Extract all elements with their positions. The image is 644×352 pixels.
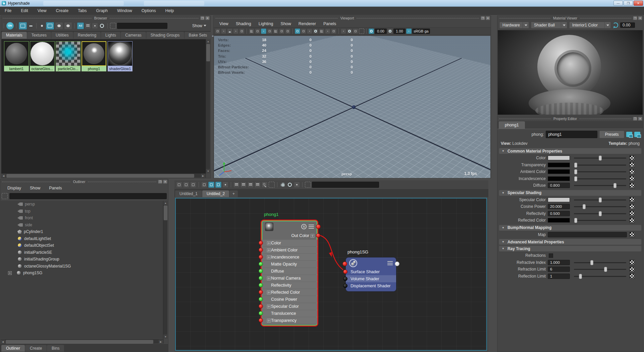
input-port[interactable] [342, 261, 347, 266]
expand-icon[interactable] [8, 271, 12, 275]
color-management-icon[interactable] [406, 28, 412, 34]
frame-selection-icon[interactable] [110, 23, 116, 29]
color-swatch[interactable] [548, 197, 570, 202]
menu-graph[interactable]: Graph [92, 8, 113, 13]
material-swatch[interactable]: particleClo... [56, 41, 80, 71]
output-connections-icon[interactable] [190, 182, 196, 188]
menu-help[interactable]: Help [161, 8, 179, 13]
menu-tabs[interactable]: Tabs [73, 8, 91, 13]
color-swatch[interactable] [548, 163, 570, 167]
attr-slider[interactable] [574, 220, 626, 221]
attr-row[interactable]: Cosine Power [262, 296, 317, 303]
map-texture-icon[interactable] [630, 169, 635, 174]
attr-row[interactable]: Matte Opacity [262, 261, 317, 268]
show-in-lookdev-icon[interactable] [626, 132, 632, 137]
extra-large-swatch-icon[interactable] [64, 22, 72, 30]
attr-slider[interactable] [574, 171, 626, 172]
menu-options[interactable]: Options [137, 8, 161, 13]
input-port[interactable] [343, 270, 347, 274]
show-filter-dropdown[interactable]: Show [192, 23, 209, 28]
attr-row[interactable]: Volume Shader [346, 275, 396, 282]
float-panel-icon[interactable]: ❒ [481, 16, 485, 20]
attr-row[interactable]: Normal Camera [262, 275, 317, 282]
frame-all-icon[interactable] [305, 182, 311, 188]
input-port[interactable] [259, 276, 263, 280]
section-ray-tracing[interactable]: ▼ Ray Tracing [499, 246, 641, 251]
map-texture-icon[interactable] [630, 211, 635, 216]
color-swatch[interactable] [548, 176, 570, 181]
value-field[interactable]: 1.000 [548, 260, 570, 265]
scrollbar-thumb[interactable] [164, 206, 167, 220]
map-texture-icon[interactable] [630, 204, 635, 209]
input-connections-icon[interactable] [176, 182, 182, 188]
auto-layout-icon[interactable] [287, 182, 293, 188]
node-graph-canvas[interactable]: phong1 S Out Color Color Ambi [175, 198, 487, 351]
list-view-icon[interactable] [28, 23, 34, 29]
output-port[interactable] [395, 261, 399, 266]
outliner-item-persp[interactable]: persp [1, 201, 164, 208]
browser-search-input[interactable] [117, 23, 167, 29]
section-common-material-properties[interactable]: ▼ Common Material Properties [499, 148, 641, 154]
slider-thumb[interactable] [590, 260, 593, 265]
gamma-field[interactable]: 1.00 [393, 28, 406, 34]
slider-thumb[interactable] [604, 267, 607, 272]
expand-icon[interactable] [267, 291, 271, 294]
input-port[interactable] [259, 318, 263, 322]
attr-row[interactable]: Specular Color [262, 303, 317, 310]
viewer-exposure-field[interactable]: 0.00 [620, 22, 635, 28]
attr-slider[interactable] [574, 185, 626, 186]
browser-horizontal-scrollbar[interactable]: ◀ ▶ [1, 173, 206, 178]
small-swatch-icon[interactable] [39, 23, 45, 29]
viewport-menu-lighting[interactable]: Lighting [255, 21, 277, 26]
material-swatch[interactable]: octaneGlos... [30, 41, 55, 71]
attr-slider[interactable] [574, 165, 626, 166]
greasepencil-icon[interactable] [359, 28, 364, 34]
input-port[interactable] [259, 311, 263, 315]
motion-blur-icon[interactable] [331, 28, 336, 34]
outliner-item-octaneglossymaterial1sg[interactable]: octaneGlossyMaterial1SG [1, 263, 164, 270]
attr-slider[interactable] [574, 199, 626, 200]
maximize-button[interactable]: ❒ [624, 1, 633, 6]
outliner-vertical-scrollbar[interactable]: ▲ ▼ [163, 201, 167, 339]
outliner-tab-bins[interactable]: Bins [47, 345, 64, 352]
slider-thumb[interactable] [574, 176, 577, 181]
close-panel-icon[interactable]: ✕ [638, 117, 642, 121]
phong1-node-header[interactable]: S [262, 221, 317, 232]
select-camera-icon[interactable] [215, 28, 220, 34]
menu-file[interactable]: File [0, 8, 16, 13]
grid-toggle-icon[interactable] [249, 28, 254, 34]
scroll-down-icon[interactable]: ▼ [163, 335, 168, 339]
sort-by-time-icon[interactable] [92, 23, 98, 29]
node-title-phong1[interactable]: phong1 [264, 212, 278, 217]
bookmark-view-icon[interactable] [269, 182, 275, 188]
sync-icon[interactable] [294, 182, 300, 188]
slider-thumb[interactable] [574, 163, 577, 168]
resolution-gate-icon[interactable] [261, 28, 266, 34]
menu-view[interactable]: View [33, 8, 51, 13]
attr-row[interactable]: Reflected Color [262, 289, 317, 296]
viewport-3d-view[interactable]: Verts:1800 Edges:4000 Faces:2400 Tris:32… [214, 36, 490, 178]
input-port[interactable] [259, 241, 263, 245]
node-name-input[interactable]: phong1 [546, 131, 597, 138]
outliner-search-input[interactable] [9, 193, 167, 199]
input-port[interactable] [343, 284, 347, 288]
attr-row[interactable]: Translucence [262, 310, 317, 317]
filters-on-toggle[interactable]: ON [6, 22, 14, 30]
outliner-menu-panels[interactable]: Panels [45, 186, 66, 190]
minimize-button[interactable]: — [613, 1, 623, 6]
outliner-item-front[interactable]: front [1, 215, 164, 222]
camera-attributes-icon[interactable] [227, 28, 232, 34]
color-swatch[interactable] [548, 169, 570, 174]
add-tab-button[interactable]: + [229, 190, 238, 197]
slider-thumb[interactable] [574, 169, 577, 174]
outliner-item-initialshadinggroup[interactable]: initialShadingGroup [1, 256, 164, 263]
outliner-tab-outliner[interactable]: Outliner [1, 345, 25, 352]
slider-thumb[interactable] [583, 204, 586, 209]
outliner-item-top[interactable]: top [1, 208, 164, 215]
section-advanced-material-properties[interactable]: ▼ Advanced Material Properties [499, 239, 641, 245]
pin-selected-icon[interactable] [222, 182, 228, 188]
viewport-menu-renderer[interactable]: Renderer [295, 21, 320, 26]
attr-slider[interactable] [574, 206, 626, 207]
map-texture-icon[interactable] [630, 162, 635, 167]
material-swatch[interactable]: shaderGlow1 [108, 41, 132, 71]
